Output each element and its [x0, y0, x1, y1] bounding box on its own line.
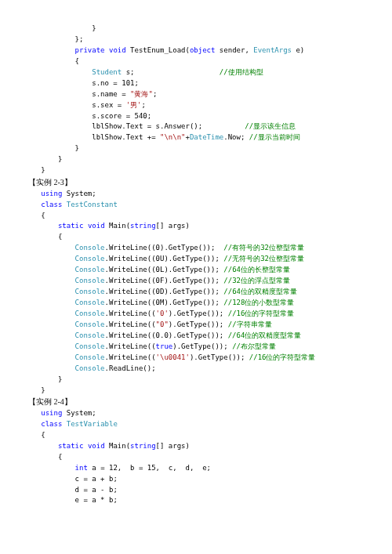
code-line: Console.WriteLine((true).GetType()); //布…: [28, 342, 364, 353]
code-line: static void Main(string[] args): [28, 221, 364, 232]
code-line: Console.WriteLine((0M).GetType()); //128…: [28, 298, 364, 309]
code-line: Console.WriteLine(("0").GetType()); //字符…: [28, 320, 364, 331]
code-line: using System;: [28, 189, 364, 200]
code-block-2: using System; class TestConstant { stati…: [28, 189, 364, 396]
code-line: c = a + b;: [28, 474, 364, 485]
code-line: };: [28, 34, 364, 45]
example-2-3-header: 【实例 2-3】: [28, 176, 364, 189]
code-line: lblShow.Text += "\n\n"+DateTime.Now; //显…: [28, 132, 364, 143]
code-line: Console.WriteLine((0D).GetType()); //64位…: [28, 287, 364, 298]
code-line: {: [28, 56, 364, 67]
code-line: lblShow.Text = s.Answer(); //显示该生信息: [28, 121, 364, 132]
code-line: static void Main(string[] args): [28, 441, 364, 452]
code-line: {: [28, 430, 364, 441]
code-line: }: [28, 143, 364, 154]
code-line: Console.WriteLine((0U).GetType()); //无符号…: [28, 254, 364, 265]
code-line: {: [28, 452, 364, 463]
code-line: Console.WriteLine((0).GetType()); //有符号的…: [28, 243, 364, 254]
code-line: s.score = 540;: [28, 111, 364, 122]
code-line: {: [28, 211, 364, 222]
code-line: {: [28, 232, 364, 243]
code-line: }: [28, 386, 364, 396]
code-line: int a = 12, b = 15, c, d, e;: [28, 463, 364, 474]
code-line: s.no = 101;: [28, 78, 364, 89]
code-line: }: [28, 24, 364, 34]
code-line: class TestConstant: [28, 200, 364, 211]
code-line: Console.WriteLine((0L).GetType()); //64位…: [28, 265, 364, 276]
code-line: }: [28, 154, 364, 165]
code-line: Console.WriteLine(('\u0041').GetType());…: [28, 353, 364, 364]
code-line: private void TestEnum_Load(object sender…: [28, 45, 364, 56]
code-line: e = a * b;: [28, 495, 364, 506]
code-line: Console.WriteLine(('0').GetType()); //16…: [28, 309, 364, 320]
code-line: class TestVariable: [28, 419, 364, 430]
code-line: Student s; //使用结构型: [28, 67, 364, 78]
code-line: Console.ReadLine();: [28, 364, 364, 375]
code-line: s.name = "黄海";: [28, 89, 364, 100]
code-block-1: } }; private void TestEnum_Load(object s…: [28, 24, 364, 176]
code-line: }: [28, 375, 364, 386]
code-block-3: using System; class TestVariable { stati…: [28, 408, 364, 506]
code-line: Console.WriteLine((0.0).GetType()); //64…: [28, 331, 364, 342]
code-line: d = a - b;: [28, 485, 364, 496]
example-2-4-header: 【实例 2-4】: [28, 396, 364, 408]
code-line: Console.WriteLine((0F).GetType()); //32位…: [28, 276, 364, 287]
code-line: s.sex = '男';: [28, 100, 364, 111]
code-line: using System;: [28, 408, 364, 419]
code-line: }: [28, 165, 364, 176]
